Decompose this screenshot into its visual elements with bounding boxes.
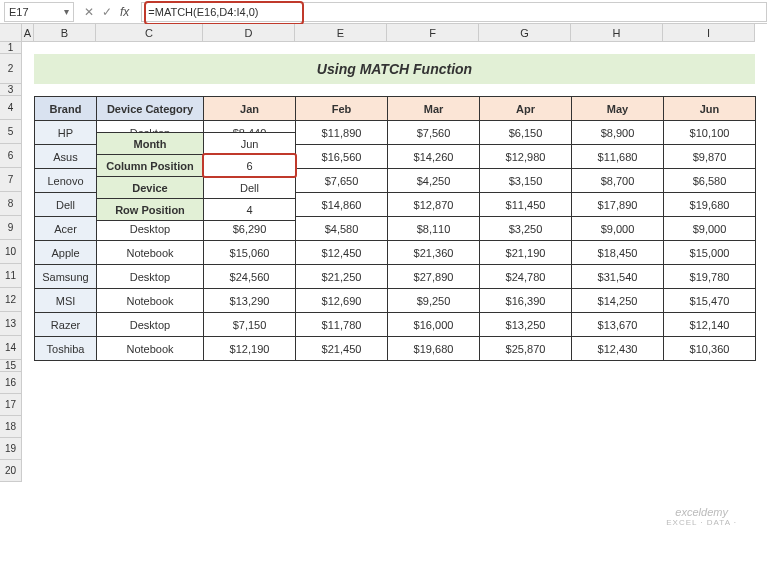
- cell-value[interactable]: $13,670: [572, 313, 664, 337]
- col-header[interactable]: A: [22, 24, 34, 42]
- cell-value[interactable]: $21,190: [480, 241, 572, 265]
- cell-value[interactable]: $11,780: [296, 313, 388, 337]
- cell-device[interactable]: Notebook: [97, 289, 204, 313]
- cell-value[interactable]: $18,450: [572, 241, 664, 265]
- cell-value[interactable]: $19,780: [664, 265, 756, 289]
- cell-value[interactable]: $11,680: [572, 145, 664, 169]
- row-header[interactable]: 2: [0, 54, 22, 84]
- cell-value[interactable]: $12,980: [480, 145, 572, 169]
- col-header[interactable]: D: [203, 24, 295, 42]
- cell-value[interactable]: $7,650: [296, 169, 388, 193]
- cell-value[interactable]: $21,360: [388, 241, 480, 265]
- cell-value[interactable]: $6,150: [480, 121, 572, 145]
- cell-value[interactable]: $10,360: [664, 337, 756, 361]
- col-header[interactable]: I: [663, 24, 755, 42]
- row-header[interactable]: 11: [0, 264, 22, 288]
- cell-brand[interactable]: Toshiba: [35, 337, 97, 361]
- cell-value[interactable]: $12,690: [296, 289, 388, 313]
- cell-value[interactable]: $7,150: [204, 313, 296, 337]
- col-header[interactable]: G: [479, 24, 571, 42]
- cell-value[interactable]: $16,560: [296, 145, 388, 169]
- row-header[interactable]: 14: [0, 336, 22, 360]
- row-header[interactable]: 6: [0, 144, 22, 168]
- row-header[interactable]: 12: [0, 288, 22, 312]
- cell-value[interactable]: $19,680: [388, 337, 480, 361]
- accept-icon[interactable]: ✓: [102, 5, 112, 19]
- cell-brand[interactable]: Apple: [35, 241, 97, 265]
- row-header[interactable]: 18: [0, 416, 22, 438]
- col-header[interactable]: E: [295, 24, 387, 42]
- cell-brand[interactable]: Acer: [35, 217, 97, 241]
- cell-value[interactable]: $11,450: [480, 193, 572, 217]
- cell-value[interactable]: $13,290: [204, 289, 296, 313]
- cell-brand[interactable]: MSI: [35, 289, 97, 313]
- row-header[interactable]: 19: [0, 438, 22, 460]
- cell-value[interactable]: $15,470: [664, 289, 756, 313]
- cell-value[interactable]: $4,250: [388, 169, 480, 193]
- cell-value[interactable]: $21,250: [296, 265, 388, 289]
- cell-value[interactable]: $4,580: [296, 217, 388, 241]
- row-header[interactable]: 8: [0, 192, 22, 216]
- cell-value[interactable]: $14,250: [572, 289, 664, 313]
- row-header[interactable]: 20: [0, 460, 22, 482]
- cell-value[interactable]: $24,560: [204, 265, 296, 289]
- cell-brand[interactable]: Samsung: [35, 265, 97, 289]
- fx-icon[interactable]: fx: [120, 5, 129, 19]
- cell-device[interactable]: Notebook: [97, 241, 204, 265]
- row-header[interactable]: 17: [0, 394, 22, 416]
- chevron-down-icon[interactable]: ▾: [64, 6, 69, 17]
- cell-value[interactable]: $15,060: [204, 241, 296, 265]
- row-header[interactable]: 1: [0, 42, 22, 54]
- cell-value[interactable]: $12,870: [388, 193, 480, 217]
- cell-value[interactable]: $9,000: [572, 217, 664, 241]
- col-header[interactable]: C: [96, 24, 203, 42]
- select-all-corner[interactable]: [0, 24, 22, 42]
- formula-input[interactable]: =MATCH(E16,D4:I4,0): [141, 2, 767, 22]
- cell-value[interactable]: $12,140: [664, 313, 756, 337]
- spreadsheet-grid[interactable]: A B C D E F G H I 1234567891011121314151…: [0, 24, 767, 567]
- cell-value[interactable]: $25,870: [480, 337, 572, 361]
- row-header[interactable]: 4: [0, 96, 22, 120]
- cell-value[interactable]: $9,250: [388, 289, 480, 313]
- month-value[interactable]: Jun: [204, 133, 296, 155]
- colpos-value[interactable]: 6: [204, 155, 296, 177]
- cell-value[interactable]: $16,390: [480, 289, 572, 313]
- cell-device[interactable]: Desktop: [97, 265, 204, 289]
- cell-value[interactable]: $31,540: [572, 265, 664, 289]
- name-box[interactable]: E17 ▾: [4, 2, 74, 22]
- row-header[interactable]: 15: [0, 360, 22, 372]
- cell-value[interactable]: $16,000: [388, 313, 480, 337]
- row-header[interactable]: 3: [0, 84, 22, 96]
- cell-device[interactable]: Desktop: [97, 313, 204, 337]
- cell-value[interactable]: $10,100: [664, 121, 756, 145]
- cell-value[interactable]: $8,900: [572, 121, 664, 145]
- cell-value[interactable]: $3,250: [480, 217, 572, 241]
- row-header[interactable]: 5: [0, 120, 22, 144]
- cell-value[interactable]: $14,860: [296, 193, 388, 217]
- cell-value[interactable]: $7,560: [388, 121, 480, 145]
- col-header[interactable]: B: [34, 24, 96, 42]
- row-header[interactable]: 9: [0, 216, 22, 240]
- cell-value[interactable]: $3,150: [480, 169, 572, 193]
- cells-area[interactable]: Using MATCH Function BrandDevice Categor…: [22, 42, 767, 198]
- cell-value[interactable]: $8,700: [572, 169, 664, 193]
- cell-value[interactable]: $13,250: [480, 313, 572, 337]
- cell-value[interactable]: $19,680: [664, 193, 756, 217]
- cell-value[interactable]: $24,780: [480, 265, 572, 289]
- cell-value[interactable]: $12,450: [296, 241, 388, 265]
- cell-value[interactable]: $8,110: [388, 217, 480, 241]
- col-header[interactable]: H: [571, 24, 663, 42]
- cell-value[interactable]: $9,870: [664, 145, 756, 169]
- cell-value[interactable]: $21,450: [296, 337, 388, 361]
- cell-value[interactable]: $27,890: [388, 265, 480, 289]
- cell-value[interactable]: $9,000: [664, 217, 756, 241]
- col-header[interactable]: F: [387, 24, 479, 42]
- cancel-icon[interactable]: ✕: [84, 5, 94, 19]
- row-header[interactable]: 16: [0, 372, 22, 394]
- cell-value[interactable]: $12,430: [572, 337, 664, 361]
- rowpos-value[interactable]: 4: [204, 199, 296, 221]
- cell-value[interactable]: $11,890: [296, 121, 388, 145]
- device-value[interactable]: Dell: [204, 177, 296, 199]
- cell-device[interactable]: Notebook: [97, 337, 204, 361]
- row-header[interactable]: 10: [0, 240, 22, 264]
